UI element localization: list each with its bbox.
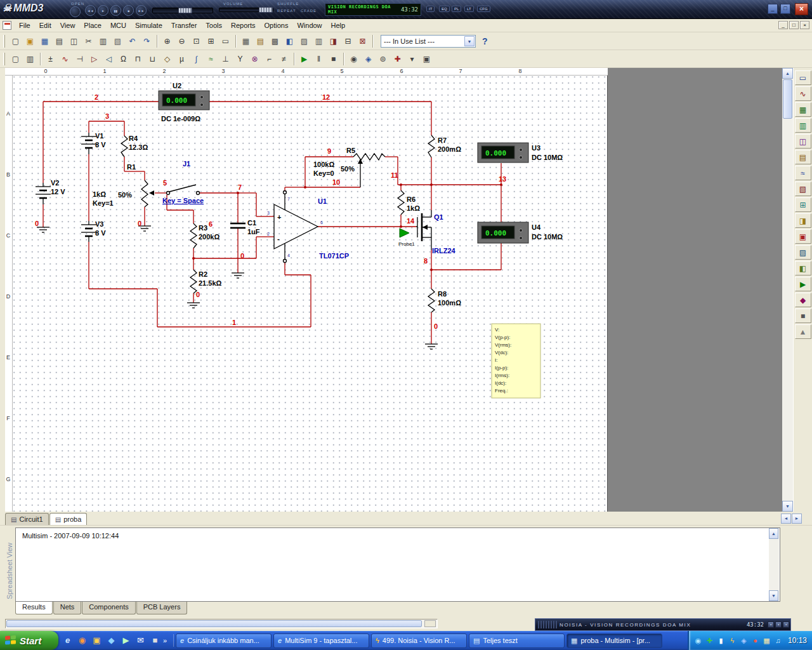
pl-button[interactable]: PL — [452, 6, 461, 12]
menu-mcu[interactable]: MCU — [106, 20, 131, 30]
cfg-button[interactable]: CFG — [477, 6, 490, 12]
lt-button[interactable]: LT — [464, 6, 474, 12]
agilent-multimeter-button[interactable]: ■ — [795, 308, 811, 323]
diode-component-button[interactable]: ⊣ — [72, 52, 87, 65]
winamp-shade-grip[interactable] — [538, 621, 557, 628]
distortion-analyzer-button[interactable]: ▨ — [795, 245, 811, 260]
dropdown-more-button[interactable]: ▾ — [405, 52, 419, 65]
analog-component-button[interactable]: ◁ — [102, 52, 116, 65]
scroll-down-icon[interactable]: ▼ — [769, 590, 778, 601]
tab-nets[interactable]: Nets — [53, 602, 82, 614]
paste-button[interactable]: ▧ — [110, 34, 125, 48]
probe-note-box[interactable]: V: V(p-p): V(rms): V(dc): I: I(p-p): I(r… — [492, 324, 540, 398]
component-r7-resistor[interactable] — [428, 135, 435, 157]
shade-minimize-button[interactable]: ▪ — [768, 621, 774, 628]
tray-antivirus-icon[interactable]: ✚ — [704, 637, 715, 645]
redo-button[interactable]: ↷ — [140, 34, 154, 48]
hscroll-splitter[interactable] — [424, 620, 436, 627]
shade-close-button[interactable]: ▪ — [783, 621, 789, 628]
fullscreen-button[interactable]: ▭ — [218, 34, 233, 48]
hscroll-thumb[interactable] — [6, 620, 422, 627]
tray-messenger-icon[interactable]: ◈ — [738, 637, 749, 645]
mdi-minimize-button[interactable]: _ — [778, 21, 788, 29]
menu-simulate[interactable]: Simulate — [131, 20, 167, 30]
mixed-component-button[interactable]: ◇ — [160, 52, 174, 65]
taskbar-task-proba-multisim[interactable]: ▦ proba - Multisim - [pr... — [566, 633, 662, 648]
voltage-probe-button[interactable]: ✚ — [390, 52, 405, 65]
misc-component-button[interactable]: ≈ — [204, 52, 218, 65]
sheet-button[interactable]: ▢ — [8, 52, 23, 65]
component-j1-switch[interactable] — [167, 185, 200, 195]
scroll-up-icon[interactable]: ▲ — [782, 68, 793, 79]
erc-button[interactable]: ⊟ — [341, 34, 355, 48]
electromechanical-button[interactable]: ⊗ — [247, 52, 262, 65]
ground-symbol-r8[interactable] — [425, 344, 438, 349]
create-component-button[interactable]: ◧ — [282, 34, 297, 48]
print-button[interactable]: ▤ — [52, 34, 67, 48]
taskbar-task-csinaljuk[interactable]: e Csináljuk inkább man... — [176, 633, 272, 648]
component-c1-capacitor[interactable] — [230, 223, 246, 228]
copy-button[interactable]: ▥ — [96, 34, 110, 48]
wattmeter-button[interactable]: ▦ — [795, 102, 811, 117]
quick-launch-folder-icon[interactable]: ▣ — [90, 634, 103, 647]
winamp-minimize-button[interactable]: _ — [768, 4, 778, 14]
print-preview-button[interactable]: ◫ — [67, 34, 81, 48]
combo-dropdown-arrow-icon[interactable]: ▼ — [464, 36, 475, 46]
component-r8-resistor[interactable] — [428, 289, 435, 312]
logic-analyzer-button[interactable]: ⊞ — [795, 197, 811, 212]
tab-scroll-right-icon[interactable]: ► — [792, 514, 802, 524]
eq-button[interactable]: EQ — [439, 6, 450, 12]
open-button[interactable]: ▣ — [23, 34, 37, 48]
tab-pcb-layers[interactable]: PCB Layers — [136, 602, 188, 614]
quick-launch-player-icon[interactable]: ▶ — [119, 634, 133, 647]
instrument-u3-multimeter[interactable]: 0.000 — [478, 143, 528, 162]
basic-component-button[interactable]: ∿ — [58, 52, 72, 65]
it-button[interactable]: IT — [426, 6, 435, 12]
instrument-u4-multimeter[interactable]: 0.000 — [478, 222, 528, 243]
mcu-module-button[interactable]: ⌐ — [262, 52, 277, 65]
component-u1-opamp[interactable]: + - — [274, 191, 318, 263]
component-v1-battery[interactable] — [81, 133, 96, 154]
menu-file[interactable]: File — [15, 20, 35, 30]
play-button[interactable]: ► — [98, 5, 108, 16]
winamp-close-button[interactable]: × — [795, 3, 808, 15]
scroll-down-icon[interactable]: ▼ — [782, 501, 793, 512]
current-probe-button[interactable]: ⊚ — [376, 52, 390, 65]
measure-button[interactable]: ◈ — [361, 52, 376, 65]
taskbar-task-noisia[interactable]: ϟ 499. Noisia - Vision R... — [371, 633, 467, 648]
toolbar-grip[interactable] — [3, 53, 5, 65]
description-box-button[interactable]: ▣ — [419, 52, 434, 65]
menu-view[interactable]: View — [56, 20, 80, 30]
volume-thumb[interactable] — [259, 7, 273, 13]
zoom-in-button[interactable]: ⊕ — [160, 34, 174, 48]
analysis-button[interactable]: ▥ — [311, 34, 326, 48]
taskbar-clock[interactable]: 10:13 — [788, 636, 807, 645]
in-use-list-combo[interactable]: --- In Use List --- ▼ — [381, 35, 476, 48]
component-q1-mosfet[interactable] — [416, 210, 431, 250]
menu-reports[interactable]: Reports — [226, 20, 260, 30]
winamp-shade-bar[interactable]: NOISIA - VISION RECORDINGS DOA MIX 43:32… — [535, 618, 791, 631]
shade-restore-button[interactable]: ▪ — [775, 621, 782, 628]
stop-button[interactable]: ■ — [123, 5, 134, 16]
hierarchy-button[interactable]: ▥ — [23, 52, 37, 65]
component-v2-battery[interactable] — [36, 183, 51, 204]
ground-symbol-r2[interactable] — [187, 303, 200, 308]
grapher-button[interactable]: ▨ — [297, 34, 311, 48]
current-probe-tool-button[interactable]: ▲ — [795, 324, 811, 339]
seek-slider[interactable] — [152, 8, 213, 13]
simulate-run-button[interactable]: ▶ — [297, 52, 311, 65]
tray-network-icon[interactable]: ◉ — [693, 637, 704, 645]
new-button[interactable]: ▢ — [8, 34, 23, 48]
quick-launch-mail-icon[interactable]: ✉ — [134, 634, 147, 647]
ground-symbol-c1[interactable] — [232, 273, 244, 278]
ground-symbol-v2[interactable] — [37, 227, 49, 232]
advanced-peripherals-button[interactable]: ⊥ — [218, 52, 233, 65]
taskbar-task-multisim9[interactable]: e MultiSim 9 - tapasztal... — [273, 633, 369, 648]
next-button[interactable]: ►► — [136, 5, 147, 16]
bode-plotter-button[interactable]: ▤ — [795, 150, 811, 164]
function-generator-button[interactable]: ∿ — [795, 86, 811, 101]
spectrum-analyzer-button[interactable]: ◧ — [795, 261, 811, 275]
taskbar-task-teljes-teszt[interactable]: ▤ Teljes teszt — [469, 633, 565, 648]
mdi-close-button[interactable]: × — [800, 21, 809, 29]
tab-components[interactable]: Components — [82, 602, 135, 614]
